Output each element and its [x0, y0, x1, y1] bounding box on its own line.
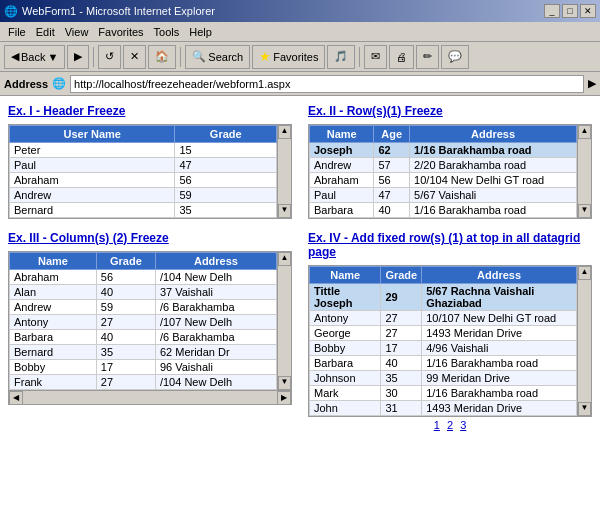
ex2-scroll-down[interactable]: ▼ — [578, 204, 591, 218]
example-3-block: Ex. III - Column(s) (2) Freeze Name Grad… — [8, 231, 292, 431]
ex3-scroll-left[interactable]: ◀ — [9, 391, 23, 405]
stop-button[interactable]: ✕ — [123, 45, 146, 69]
messenger-button[interactable]: 💬 — [441, 45, 469, 69]
table-row: Paul475/67 Vaishali — [310, 188, 577, 203]
ex3-table: Name Grade Address Abraham56/104 New Del… — [9, 252, 277, 390]
toolbar-separator-3 — [359, 47, 360, 67]
ex3-scroll-up[interactable]: ▲ — [278, 252, 291, 266]
ex3-scroll-down[interactable]: ▼ — [278, 376, 291, 390]
messenger-icon: 💬 — [448, 50, 462, 63]
back-label: Back — [21, 51, 45, 63]
ex3-title: Ex. III - Column(s) (2) Freeze — [8, 231, 292, 245]
forward-arrow-icon: ▶ — [74, 50, 82, 63]
menu-file[interactable]: File — [4, 25, 30, 39]
print-button[interactable]: 🖨 — [389, 45, 414, 69]
address-input[interactable] — [70, 75, 584, 93]
table-row: Bobby1796 Vaishali — [10, 360, 277, 375]
example-4-block: Ex. IV - Add fixed row(s) (1) at top in … — [308, 231, 592, 431]
media-icon: 🎵 — [334, 50, 348, 63]
table-row: John311493 Meridan Drive — [310, 401, 577, 416]
media-button[interactable]: 🎵 — [327, 45, 355, 69]
back-button[interactable]: ◀ Back ▼ — [4, 45, 65, 69]
table-row: George271493 Meridan Drive — [310, 326, 577, 341]
menu-edit[interactable]: Edit — [32, 25, 59, 39]
table-row: Abraham56/104 New Delh — [10, 270, 277, 285]
stop-icon: ✕ — [130, 50, 139, 63]
page-1-link[interactable]: 1 — [434, 419, 440, 431]
ex3-col-address: Address — [155, 253, 276, 270]
ex4-scroll-up[interactable]: ▲ — [578, 266, 591, 280]
table-row: Bernard35 — [10, 203, 277, 218]
refresh-button[interactable]: ↺ — [98, 45, 121, 69]
toolbar-separator-1 — [93, 47, 94, 67]
table-row: Andrew572/20 Barakhamba road — [310, 158, 577, 173]
window-title: WebForm1 - Microsoft Internet Explorer — [22, 5, 215, 17]
window-controls[interactable]: _ □ ✕ — [544, 4, 596, 18]
ex2-col-name: Name — [310, 126, 374, 143]
maximize-button[interactable]: □ — [562, 4, 578, 18]
example-1-block: Ex. I - Header Freeze User Name Grade Pe… — [8, 104, 292, 219]
ex4-col-grade: Grade — [381, 267, 422, 284]
table-row: Barbara401/16 Barakhamba road — [310, 203, 577, 218]
refresh-icon: ↺ — [105, 50, 114, 63]
examples-row-2: Ex. III - Column(s) (2) Freeze Name Grad… — [8, 231, 592, 431]
table-row: Paul47 — [10, 158, 277, 173]
page-3-link[interactable]: 3 — [460, 419, 466, 431]
edit-button[interactable]: ✏ — [416, 45, 439, 69]
go-button[interactable]: ▶ — [588, 77, 596, 90]
mail-button[interactable]: ✉ — [364, 45, 387, 69]
toolbar: ◀ Back ▼ ▶ ↺ ✕ 🏠 🔍 Search ★ Favorites 🎵 … — [0, 42, 600, 72]
menu-view[interactable]: View — [61, 25, 93, 39]
mail-icon: ✉ — [371, 50, 380, 63]
ex2-table: Name Age Address Joseph621/16 Barakhamba… — [309, 125, 577, 218]
ex2-scroll-up[interactable]: ▲ — [578, 125, 591, 139]
minimize-button[interactable]: _ — [544, 4, 560, 18]
menu-tools[interactable]: Tools — [150, 25, 184, 39]
table-row: Johnson3599 Meridan Drive — [310, 371, 577, 386]
ie-icon: 🌐 — [4, 5, 18, 18]
ex4-table: Name Grade Address Tittle Joseph295/67 R… — [309, 266, 577, 416]
table-row: Abraham5610/104 New Delhi GT road — [310, 173, 577, 188]
address-bar: Address 🌐 ▶ — [0, 72, 600, 96]
favorites-button[interactable]: ★ Favorites — [252, 45, 325, 69]
address-label: Address — [4, 78, 48, 90]
table-row: Andrew59/6 Barakhamba — [10, 300, 277, 315]
table-row: Barbara401/16 Barakhamba road — [310, 356, 577, 371]
table-row: Alan4037 Vaishali — [10, 285, 277, 300]
ex4-title: Ex. IV - Add fixed row(s) (1) at top in … — [308, 231, 592, 259]
page-2-link[interactable]: 2 — [447, 419, 453, 431]
table-row: Abraham56 — [10, 173, 277, 188]
close-button[interactable]: ✕ — [580, 4, 596, 18]
menu-help[interactable]: Help — [185, 25, 216, 39]
table-row: Bernard3562 Meridan Dr — [10, 345, 277, 360]
ex2-title: Ex. II - Row(s)(1) Freeze — [308, 104, 592, 118]
ex2-col-age: Age — [374, 126, 410, 143]
ex1-table: User Name Grade Peter15Paul47Abraham56An… — [9, 125, 277, 218]
table-row: Antony27/107 New Delh — [10, 315, 277, 330]
main-content: Ex. I - Header Freeze User Name Grade Pe… — [0, 96, 600, 511]
ex3-col-name: Name — [10, 253, 97, 270]
ex1-scroll-up[interactable]: ▲ — [278, 125, 291, 139]
search-icon: 🔍 — [192, 50, 206, 63]
example-2-block: Ex. II - Row(s)(1) Freeze Name Age Addre… — [308, 104, 592, 219]
ex1-col-name: User Name — [10, 126, 175, 143]
fixed-row: Tittle Joseph295/67 Rachna Vaishali Ghaz… — [310, 284, 577, 311]
back-arrow-icon: ◀ — [11, 50, 19, 63]
search-label: Search — [208, 51, 243, 63]
forward-button[interactable]: ▶ — [67, 45, 89, 69]
ex3-scroll-track — [23, 394, 277, 402]
frozen-row: Joseph621/16 Barakhamba road — [310, 143, 577, 158]
back-dropdown-icon: ▼ — [47, 51, 58, 63]
ex3-scroll-right[interactable]: ▶ — [277, 391, 291, 405]
ex4-col-address: Address — [422, 267, 577, 284]
home-button[interactable]: 🏠 — [148, 45, 176, 69]
table-row: Mark301/16 Barakhamba road — [310, 386, 577, 401]
ex1-scroll-down[interactable]: ▼ — [278, 204, 291, 218]
search-button[interactable]: 🔍 Search — [185, 45, 250, 69]
ex3-hscrollbar: ◀ ▶ — [9, 390, 291, 404]
table-row: Andrew59 — [10, 188, 277, 203]
ex4-pagination: 1 2 3 — [308, 419, 592, 431]
menu-favorites[interactable]: Favorites — [94, 25, 147, 39]
ex4-scroll-down[interactable]: ▼ — [578, 402, 591, 416]
ex3-col-grade: Grade — [96, 253, 155, 270]
